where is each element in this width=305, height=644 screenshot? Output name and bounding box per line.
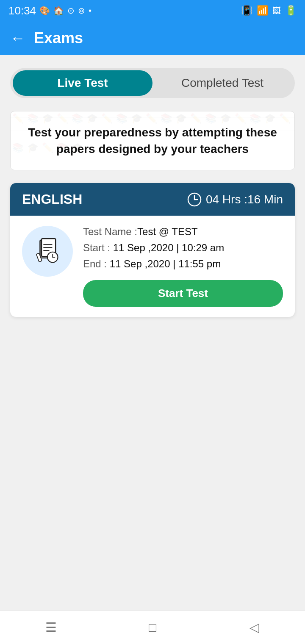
bottom-nav: ☰ □ ◁ xyxy=(0,610,305,644)
main-content: Live Test Completed Test ✏️📚🎓✏️📚🎓✏️📚 🎓✏️… xyxy=(0,55,305,644)
status-bar: 10:34 🎨 🏠 ⊙ ⊚ • 📳 📶 🖼 🔋 xyxy=(0,0,305,21)
exam-details: Test Name :Test @ TEST Start : 11 Sep ,2… xyxy=(83,226,283,307)
exam-icon-circle xyxy=(22,226,73,277)
test-name-row: Test Name :Test @ TEST xyxy=(83,226,283,238)
test-name-label: Test Name : xyxy=(83,226,137,237)
test-name-value: Test @ TEST xyxy=(137,226,198,237)
start-row: Start : 11 Sep ,2020 | 10:29 am xyxy=(83,242,283,254)
banner-text: Test your preparedness by attempting the… xyxy=(21,124,284,157)
exam-timer-text: 04 Hrs :16 Min xyxy=(206,193,283,206)
tab-live-test[interactable]: Live Test xyxy=(13,70,152,96)
nav-menu-button[interactable]: ☰ xyxy=(38,615,64,640)
gallery-icon: 🖼 xyxy=(272,6,281,16)
back-button[interactable]: ← xyxy=(10,31,25,46)
exam-card: ENGLISH 04 Hrs :16 Min xyxy=(10,183,295,317)
nav-home-button[interactable]: □ xyxy=(140,615,165,640)
end-value: 11 Sep ,2020 | 11:55 pm xyxy=(110,258,221,269)
status-dot: • xyxy=(89,6,92,16)
exam-card-body: Test Name :Test @ TEST Start : 11 Sep ,2… xyxy=(10,216,295,317)
clock-icon xyxy=(187,192,202,207)
battery-icon: 🔋 xyxy=(285,5,297,16)
start-label: Start : xyxy=(83,242,110,253)
start-value: 11 Sep ,2020 | 10:29 am xyxy=(113,242,224,253)
exam-card-header: ENGLISH 04 Hrs :16 Min xyxy=(10,183,295,216)
status-right-icons: 📳 📶 🖼 🔋 xyxy=(241,5,297,16)
status-icon-circle2: ⊚ xyxy=(78,6,85,16)
wifi-icon: 📶 xyxy=(257,5,268,16)
exam-document-icon xyxy=(33,236,62,266)
start-test-button[interactable]: Start Test xyxy=(83,280,283,307)
vibrate-icon: 📳 xyxy=(241,5,252,16)
end-row: End : 11 Sep ,2020 | 11:55 pm xyxy=(83,258,283,270)
banner: ✏️📚🎓✏️📚🎓✏️📚 🎓✏️📚🎓✏️📚🎓✏️ 📚🎓✏️📚🎓✏️📚🎓 Test … xyxy=(10,111,295,170)
nav-back-button[interactable]: ◁ xyxy=(241,615,267,640)
top-bar: ← Exams xyxy=(0,21,305,55)
status-time: 10:34 xyxy=(8,4,36,17)
page-title: Exams xyxy=(34,29,83,47)
exam-timer: 04 Hrs :16 Min xyxy=(187,192,283,207)
exam-subject: ENGLISH xyxy=(22,192,82,207)
tab-completed-test[interactable]: Completed Test xyxy=(152,70,292,96)
tab-container: Live Test Completed Test xyxy=(10,68,295,98)
status-icon-circle1: ⊙ xyxy=(67,6,75,16)
status-icon-lock: 🏠 xyxy=(53,6,64,16)
end-label: End : xyxy=(83,258,107,269)
status-icon-palette: 🎨 xyxy=(39,6,50,16)
